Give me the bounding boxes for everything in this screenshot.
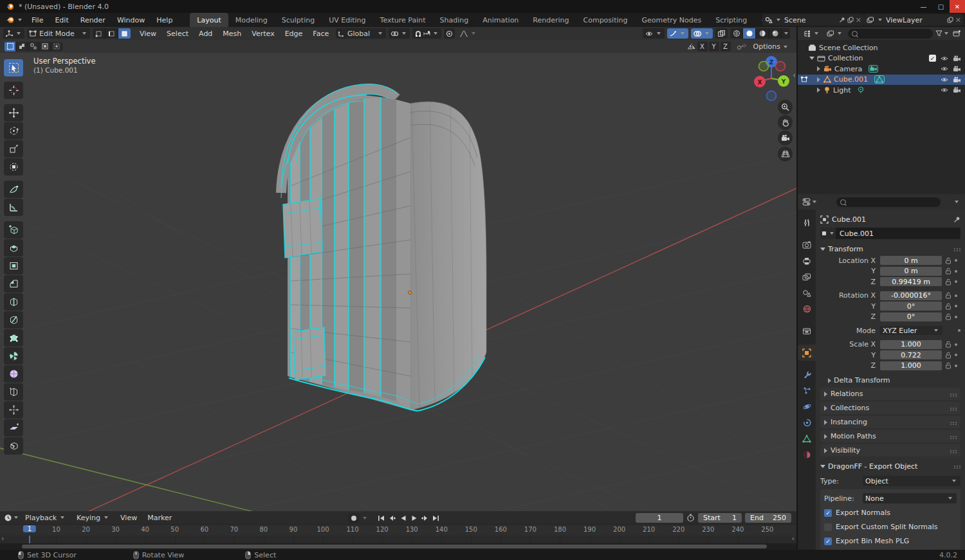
proportional-falloff-button[interactable]: [457, 28, 479, 39]
tab-layout[interactable]: Layout: [190, 13, 228, 27]
lock-icon[interactable]: [945, 313, 951, 320]
outliner-row-camera[interactable]: Camera: [798, 64, 965, 75]
tab-particles[interactable]: [798, 383, 816, 399]
lock-icon[interactable]: [945, 303, 951, 310]
frame-end-field[interactable]: End250: [745, 513, 791, 523]
unlink-scene-icon[interactable]: ✕: [856, 16, 861, 24]
zoom-button[interactable]: [778, 100, 793, 114]
timeline-channels[interactable]: › ‹: [0, 536, 796, 543]
overlays-toggle[interactable]: [691, 28, 713, 39]
play-reverse-button[interactable]: [398, 514, 408, 523]
tab-tool[interactable]: [798, 215, 816, 231]
mirror-z-button[interactable]: Z: [721, 42, 731, 51]
menu-add[interactable]: Add: [194, 27, 217, 40]
pin-icon[interactable]: [953, 216, 960, 223]
lock-icon[interactable]: [945, 362, 951, 369]
tool-bevel[interactable]: [4, 275, 23, 293]
menu-window[interactable]: Window: [111, 13, 151, 27]
panel-delta-transform[interactable]: Delta Transform: [820, 375, 960, 386]
tab-animation[interactable]: Animation: [475, 13, 526, 27]
panel-relations[interactable]: Relations: [820, 388, 960, 400]
animate-decorator[interactable]: [955, 294, 957, 297]
pipeline-dropdown[interactable]: None: [863, 493, 957, 503]
tab-shading[interactable]: Shading: [433, 13, 476, 27]
location-y-input[interactable]: 0 m: [880, 267, 942, 276]
ruler-tick[interactable]: 110: [347, 526, 359, 533]
mode-dropdown[interactable]: Edit Mode: [27, 28, 90, 39]
ruler-tick[interactable]: 10: [52, 526, 60, 533]
hide-eye-icon[interactable]: [940, 77, 949, 83]
disclosure-closed-icon[interactable]: [817, 77, 820, 82]
export-custom-split-normals-checkbox[interactable]: [824, 523, 832, 531]
vertex-select-button[interactable]: [93, 28, 106, 39]
menu-view-timeline[interactable]: View: [115, 511, 142, 524]
menu-keying[interactable]: Keying: [71, 511, 115, 524]
stopwatch-icon[interactable]: [686, 514, 695, 522]
camera-view-button[interactable]: [778, 131, 793, 145]
mesh-object[interactable]: [281, 84, 486, 411]
panel-drag-dots[interactable]: [954, 465, 955, 467]
ruler-tick[interactable]: 50: [170, 526, 179, 533]
disclosure-closed-icon[interactable]: [817, 87, 820, 93]
outliner-filter-button[interactable]: [935, 30, 950, 37]
tab-sculpting[interactable]: Sculpting: [275, 13, 322, 27]
tool-select-box[interactable]: [4, 59, 23, 77]
shading-solid-button[interactable]: [743, 28, 756, 39]
gizmo-neg-z-axis[interactable]: [767, 91, 777, 101]
blender-menu-button[interactable]: [4, 15, 26, 25]
menu-mesh[interactable]: Mesh: [217, 27, 246, 40]
menu-edge[interactable]: Edge: [280, 27, 308, 40]
tab-modifiers[interactable]: [798, 366, 816, 383]
tab-output[interactable]: [798, 253, 816, 269]
disclosure-open-icon[interactable]: [809, 57, 814, 60]
timeline-scrollbar[interactable]: [0, 543, 796, 550]
ruler-tick[interactable]: 170: [524, 526, 537, 533]
animate-decorator[interactable]: [955, 259, 957, 262]
tool-transform[interactable]: [4, 158, 23, 176]
tab-rendering[interactable]: Rendering: [526, 13, 576, 27]
tab-collection[interactable]: [798, 323, 816, 339]
select-subtract-button[interactable]: [28, 42, 39, 51]
tab-scene[interactable]: [798, 285, 816, 301]
tab-uv-editing[interactable]: UV Editing: [322, 13, 372, 27]
hide-eye-icon[interactable]: [940, 66, 949, 72]
tool-rotate[interactable]: [4, 122, 23, 140]
ruler-tick[interactable]: 150: [465, 526, 477, 533]
properties-editor-type-button[interactable]: [802, 198, 818, 206]
export-normals-checkbox[interactable]: ✓: [824, 509, 832, 517]
lock-icon[interactable]: [945, 278, 951, 285]
ruler-tick[interactable]: 180: [554, 526, 566, 533]
lock-icon[interactable]: [945, 292, 951, 299]
menu-render[interactable]: Render: [75, 13, 111, 27]
menu-view[interactable]: View: [134, 27, 161, 40]
proportional-editing-button[interactable]: [444, 28, 455, 39]
ruler-tick[interactable]: 250: [761, 526, 773, 533]
new-scene-icon[interactable]: [847, 17, 854, 23]
menu-vertex[interactable]: Vertex: [246, 27, 279, 40]
outliner-row-scene-collection[interactable]: Scene Collection: [798, 42, 965, 53]
disable-render-icon[interactable]: [953, 66, 961, 72]
properties-options-button[interactable]: [955, 201, 959, 203]
mirror-y-button[interactable]: Y: [709, 42, 719, 51]
panel-dragonff[interactable]: DragonFF - Export Object: [820, 460, 960, 472]
maximize-button[interactable]: □: [932, 0, 950, 13]
tab-compositing[interactable]: Compositing: [576, 13, 635, 27]
outliner-search-input[interactable]: [848, 29, 933, 39]
minimize-button[interactable]: —: [915, 0, 932, 13]
ruler-tick[interactable]: 210: [643, 526, 655, 533]
tool-rip-region[interactable]: [4, 437, 23, 455]
timeline-ruler[interactable]: 1102030405060708090100110120130140150160…: [0, 524, 796, 536]
animate-decorator[interactable]: [955, 343, 957, 346]
animate-decorator[interactable]: [955, 280, 957, 283]
scale-x-input[interactable]: 1.000: [880, 340, 942, 349]
animate-decorator[interactable]: [955, 316, 957, 318]
tool-loop-cut[interactable]: [4, 293, 23, 311]
location-x-input[interactable]: 0 m: [880, 256, 942, 265]
tool-snap-icon[interactable]: [736, 43, 748, 51]
perspective-toggle-button[interactable]: [778, 147, 793, 161]
disable-render-icon[interactable]: [953, 87, 961, 93]
jump-to-start-button[interactable]: [376, 514, 386, 523]
object-name-input[interactable]: Cube.001: [836, 228, 960, 239]
tab-object[interactable]: [798, 345, 816, 361]
hide-eye-icon[interactable]: [940, 55, 949, 62]
